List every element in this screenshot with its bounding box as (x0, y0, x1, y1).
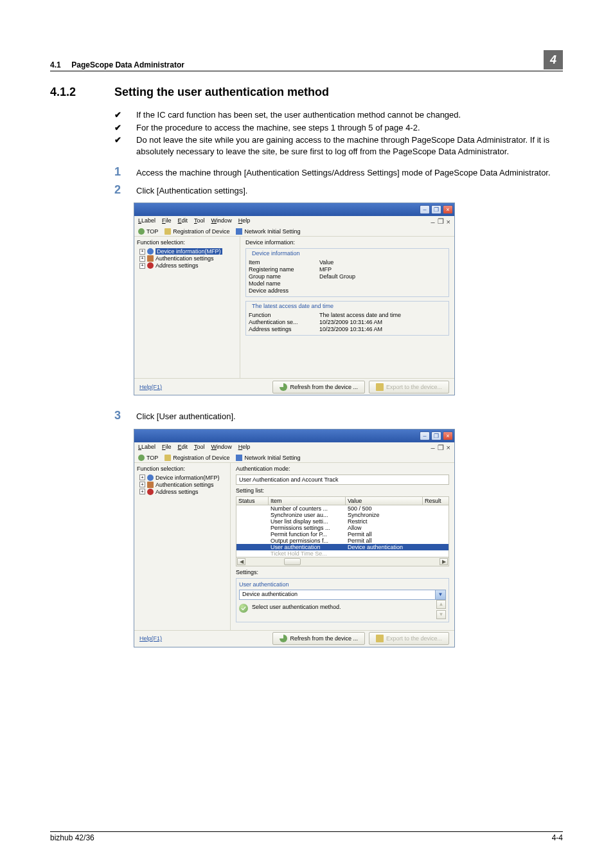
toolbar-register[interactable]: Registration of Device (164, 455, 229, 461)
list-row: Permissions settings ...Allow (236, 525, 449, 531)
tree-title: Function selection: (137, 466, 227, 472)
kv-val: Default Group (319, 273, 446, 280)
heading-2-title: Setting the user authentication method (114, 86, 329, 99)
toolbar-network[interactable]: Network Initial Setting (236, 228, 300, 235)
expander-icon[interactable]: + (139, 263, 145, 269)
bullet-text: Do not leave the site while you are gain… (136, 134, 563, 157)
refresh-button[interactable]: Refresh from the device ... (272, 632, 365, 645)
kv-key: Function (249, 312, 319, 318)
help-link[interactable]: Help(F1) (139, 635, 269, 642)
maximize-button[interactable]: ❐ (431, 205, 441, 214)
toolbar-label: Registration of Device (173, 228, 229, 235)
scroll-left-button[interactable]: ◀ (237, 558, 245, 565)
expander-icon[interactable]: + (139, 482, 145, 487)
menu-text: Label (141, 444, 155, 450)
minimize-button[interactable]: – (420, 205, 430, 214)
tree-item-auth[interactable]: +Authentication settings (139, 482, 227, 488)
expander-icon[interactable]: + (139, 489, 145, 494)
export-button: Export to the device... (369, 381, 449, 393)
toolbar-top[interactable]: TOP (138, 228, 158, 235)
col-status[interactable]: Status (236, 497, 269, 505)
toolbar-label: TOP (147, 455, 158, 461)
cell-value: Permit all (346, 531, 423, 538)
menu-file[interactable]: File (162, 217, 172, 226)
menu-label[interactable]: LLabel (138, 444, 155, 452)
settings-label: Settings: (236, 569, 449, 575)
scroll-right-button[interactable]: ▶ (440, 558, 448, 565)
back-icon (138, 228, 145, 235)
expander-icon[interactable]: + (139, 475, 145, 480)
mdi-minimize-button[interactable]: – (431, 444, 434, 451)
close-button[interactable]: × (443, 431, 453, 440)
chapter-badge: 4 (544, 50, 563, 69)
cell-value: Device authentication (346, 544, 423, 550)
horizontal-scrollbar[interactable]: ◀ ▶ (236, 557, 449, 566)
col-item[interactable]: Item (269, 497, 346, 505)
network-icon (236, 228, 242, 235)
list-header: Status Item Value Result (236, 496, 449, 505)
tree-item-auth[interactable]: +Authentication settings (139, 255, 237, 262)
menu-help[interactable]: Help (238, 217, 251, 226)
menu-window[interactable]: Window (211, 217, 232, 226)
expander-icon[interactable]: + (139, 256, 145, 262)
titlebar: – ❐ × (134, 429, 454, 442)
function-tree: Function selection: +Device information(… (134, 463, 231, 630)
list-row: Ticket Hold Time Se... (236, 550, 449, 557)
col-value[interactable]: Value (346, 497, 423, 505)
step-item: 3 Click [User authentication]. (114, 410, 563, 422)
tree-item-device-info[interactable]: +Device information(MFP) (139, 475, 227, 481)
toolbar-network[interactable]: Network Initial Setting (236, 455, 300, 461)
setting-list[interactable]: Number of counters ...500 / 500 Synchron… (236, 505, 449, 557)
button-label: Export to the device... (386, 384, 442, 390)
scroll-thumb[interactable] (284, 558, 301, 565)
help-link[interactable]: Help(F1) (139, 384, 269, 390)
menu-window[interactable]: Window (211, 444, 232, 452)
kv-val (319, 287, 446, 294)
menu-file[interactable]: File (162, 444, 172, 452)
move-down-button[interactable]: ▼ (436, 610, 446, 619)
menu-edit[interactable]: Edit (178, 444, 188, 452)
menu-edit[interactable]: Edit (178, 217, 188, 226)
close-button[interactable]: × (443, 205, 453, 214)
mdi-restore-button[interactable]: ❐ (438, 217, 444, 226)
maximize-button[interactable]: ❐ (431, 431, 441, 440)
mdi-close-button[interactable]: × (447, 444, 450, 451)
minimize-button[interactable]: – (420, 431, 430, 440)
tree-label: Device information(MFP) (155, 248, 222, 255)
button-label: Refresh from the device ... (290, 635, 358, 642)
move-up-button[interactable]: ▲ (436, 600, 446, 609)
col-result[interactable]: Result (423, 497, 449, 505)
mdi-restore-button[interactable]: ❐ (438, 444, 444, 452)
kv-key: Address settings (249, 326, 319, 332)
tree-item-device-info[interactable]: +Device information(MFP) (139, 248, 237, 255)
cell-item: Number of counters ... (269, 505, 346, 512)
toolbar-register[interactable]: Registration of Device (164, 228, 229, 235)
cell-item: Ticket Hold Time Se... (269, 550, 346, 557)
tree-item-address[interactable]: +Address settings (139, 489, 227, 495)
tree-label: Authentication settings (155, 255, 214, 262)
refresh-button[interactable]: Refresh from the device ... (272, 381, 365, 393)
mdi-minimize-button[interactable]: – (431, 218, 434, 226)
toolbar-top[interactable]: TOP (138, 455, 158, 461)
cell-item: Permit function for P... (269, 531, 346, 538)
menu-tool[interactable]: Tool (194, 444, 205, 452)
cell-item: User list display setti... (269, 518, 346, 525)
kv-val (319, 280, 446, 287)
expander-icon[interactable]: + (139, 249, 145, 255)
step-text: Access the machine through [Authenticati… (136, 166, 551, 179)
info-icon (147, 248, 154, 255)
menu-label[interactable]: LLabel (138, 217, 155, 226)
menu-text: Label (141, 217, 155, 224)
cell-value: 500 / 500 (346, 505, 423, 512)
chevron-down-icon[interactable]: ▼ (435, 590, 445, 599)
kv-key: Registering name (249, 266, 319, 273)
mdi-close-button[interactable]: × (447, 218, 450, 226)
menu-tool[interactable]: Tool (194, 217, 205, 226)
user-auth-dropdown[interactable]: Device authentication ▼ (239, 590, 446, 600)
tree-item-address[interactable]: +Address settings (139, 262, 237, 269)
statusbar: Help(F1) Refresh from the device ... Exp… (134, 630, 454, 647)
toolbar-label: Network Initial Setting (244, 228, 300, 235)
menu-help[interactable]: Help (238, 444, 251, 452)
address-icon (147, 262, 154, 269)
device-icon (164, 455, 171, 461)
